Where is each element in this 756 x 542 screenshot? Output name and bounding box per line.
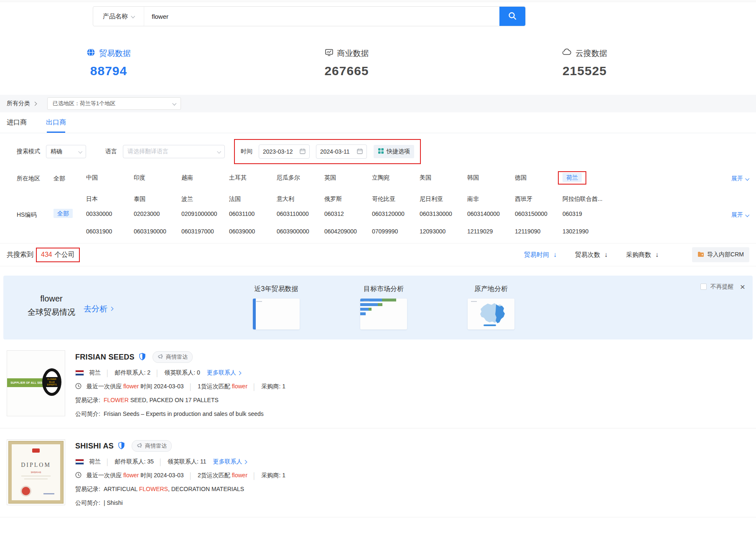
radar-badge[interactable]: 商情雷达 xyxy=(153,351,193,363)
region-option[interactable]: 法国 xyxy=(229,195,277,203)
stats-row: 贸易数据 88794 商业数据 267665 云搜数据 215525 xyxy=(0,26,756,78)
globe-icon xyxy=(87,48,95,59)
region-option[interactable]: 美国 xyxy=(420,174,467,185)
stat-business-data[interactable]: 商业数据 267665 xyxy=(309,48,384,78)
region-option[interactable]: 阿拉伯联合酋... xyxy=(563,195,610,203)
radar-badge[interactable]: 商情雷达 xyxy=(132,440,172,452)
region-option[interactable]: 印度 xyxy=(134,174,181,185)
region-option[interactable]: 南非 xyxy=(467,195,515,203)
hs-label: HS编码 xyxy=(17,210,53,219)
chevron-down-icon xyxy=(745,213,749,217)
region-option[interactable]: 俄罗斯 xyxy=(324,195,372,203)
hs-option[interactable]: 0603130000 xyxy=(420,210,467,217)
date-to-input[interactable]: 2024-03-11 xyxy=(316,144,367,159)
hs-option[interactable]: 0604209000 xyxy=(324,228,372,235)
breadcrumb-label: 所有分类 xyxy=(7,100,30,107)
search-mode-select[interactable]: 精确 xyxy=(46,145,86,158)
hs-option[interactable]: 06031900 xyxy=(86,228,134,235)
region-option[interactable]: 意大利 xyxy=(277,195,324,203)
language-select[interactable]: 请选择翻译语言 xyxy=(123,145,225,158)
banner-card-origin[interactable]: 原产地分析 xyxy=(464,285,518,329)
hs-option[interactable]: 0603900000 xyxy=(277,228,324,235)
region-option[interactable]: 韩国 xyxy=(467,174,515,185)
close-icon[interactable]: × xyxy=(740,282,745,291)
sort-trade-count[interactable]: 贸易次数 ↓ xyxy=(575,251,608,259)
hs-option[interactable]: 0603110000 xyxy=(277,210,324,217)
hs-option[interactable]: 0603140000 xyxy=(467,210,515,217)
region-option[interactable]: 土耳其 xyxy=(229,174,277,185)
company-logo[interactable]: SUPPLIER OF ALL SEEDS FLOWER BULB EXPERT… xyxy=(7,350,65,416)
annotation-box-time: 时间 2023-03-12 2024-03-11 快捷选项 xyxy=(234,139,421,164)
hs-option[interactable]: 060312 xyxy=(324,210,372,217)
company-name[interactable]: FRISIAN SEEDS xyxy=(75,353,135,362)
region-option[interactable]: 德国 xyxy=(515,174,563,185)
netherlands-flag-icon xyxy=(75,370,84,376)
stat-cloud-search-data[interactable]: 云搜数据 215525 xyxy=(547,48,622,78)
sort-trade-time[interactable]: 贸易时间 ↓ xyxy=(524,251,557,259)
hs-option[interactable]: 13021990 xyxy=(563,228,610,235)
region-option[interactable]: 哥伦比亚 xyxy=(372,195,420,203)
region-option[interactable]: 日本 xyxy=(86,195,134,203)
stat-trade-data[interactable]: 贸易数据 88794 xyxy=(71,48,146,78)
hs-expand-link[interactable]: 展开 xyxy=(731,211,748,219)
results-count-suffix: 个公司 xyxy=(55,251,75,259)
quick-options-label: 快捷选项 xyxy=(387,148,410,155)
more-contacts-link[interactable]: 更多联系人 xyxy=(207,369,241,377)
stat-value: 267665 xyxy=(309,64,384,78)
company-name[interactable]: SHISHI AS xyxy=(75,442,114,451)
hs-option-all[interactable]: 全部 xyxy=(53,209,73,218)
hs-option[interactable]: 06039000 xyxy=(229,228,277,235)
arrow-down-icon: ↓ xyxy=(553,251,557,258)
banner-card-trade-3y[interactable]: 近3年贸易数据 xyxy=(249,285,303,329)
quick-options-button[interactable]: 快捷选项 xyxy=(374,145,414,158)
hs-option[interactable]: 07099990 xyxy=(372,228,420,235)
hs-option[interactable]: 0603190000 xyxy=(134,228,181,235)
region-option[interactable]: 越南 xyxy=(181,174,229,185)
clock-icon xyxy=(75,383,81,390)
dismiss-checkbox[interactable] xyxy=(700,284,707,290)
region-option-selected[interactable]: 荷兰 xyxy=(563,173,582,182)
hs-option[interactable]: 12119090 xyxy=(515,228,563,235)
hs-option[interactable]: 0603197000 xyxy=(181,228,229,235)
hs-option[interactable]: 02023000 xyxy=(134,210,181,217)
analyze-link[interactable]: 去分析 xyxy=(84,304,113,314)
search-button[interactable] xyxy=(499,7,525,26)
search-category-select[interactable]: 产品名称 xyxy=(93,7,144,26)
banner-card-target-market[interactable]: 目标市场分析 xyxy=(356,285,411,329)
tab-exporter[interactable]: 出口商 xyxy=(46,112,66,133)
more-contacts-label: 更多联系人 xyxy=(213,458,242,466)
hs-option[interactable]: 12119029 xyxy=(467,228,515,235)
hs-option[interactable]: 02091000000 xyxy=(181,210,229,217)
region-option[interactable]: 西班牙 xyxy=(515,195,563,203)
selected-region-dropdown[interactable]: 已选地区：荷兰等1个地区 xyxy=(47,97,181,110)
chevron-right-icon xyxy=(237,371,241,375)
region-option[interactable]: 立陶宛 xyxy=(372,174,420,185)
hs-option[interactable]: 12093000 xyxy=(420,228,467,235)
hs-option[interactable]: 00330000 xyxy=(86,210,134,217)
netherlands-flag-icon xyxy=(75,459,84,465)
hs-option[interactable]: 0603120000 xyxy=(372,210,420,217)
region-option[interactable]: 尼日利亚 xyxy=(420,195,467,203)
search-input[interactable] xyxy=(144,7,499,26)
region-option[interactable]: 厄瓜多尔 xyxy=(277,174,324,185)
import-crm-button[interactable]: 导入内部CRM xyxy=(692,247,749,262)
supply-text: 最近一次供应 flower 时间 2024-03-03 xyxy=(87,383,184,390)
region-option[interactable]: 英国 xyxy=(324,174,372,185)
language-placeholder: 请选择翻译语言 xyxy=(127,148,168,155)
region-option[interactable]: 泰国 xyxy=(134,195,181,203)
region-option-all[interactable]: 全部 xyxy=(53,174,86,182)
chevron-down-icon xyxy=(172,101,176,105)
date-from-input[interactable]: 2023-03-12 xyxy=(259,144,310,159)
tab-importer[interactable]: 进口商 xyxy=(7,112,27,133)
search-mode-value: 精确 xyxy=(51,148,62,155)
hs-option[interactable]: 06031100 xyxy=(229,210,277,217)
region-expand-link[interactable]: 展开 xyxy=(731,175,748,182)
breadcrumb-all-categories[interactable]: 所有分类 xyxy=(7,100,36,107)
region-option[interactable]: 中国 xyxy=(86,174,134,185)
company-logo[interactable]: DIPLOM SHISHI AS xyxy=(7,439,65,505)
more-contacts-link[interactable]: 更多联系人 xyxy=(213,458,247,466)
hs-option[interactable]: 0603150000 xyxy=(515,210,563,217)
region-option[interactable]: 波兰 xyxy=(181,195,229,203)
hs-option[interactable]: 060319 xyxy=(563,210,610,217)
sort-buyer-count[interactable]: 采购商数 ↓ xyxy=(626,251,659,259)
